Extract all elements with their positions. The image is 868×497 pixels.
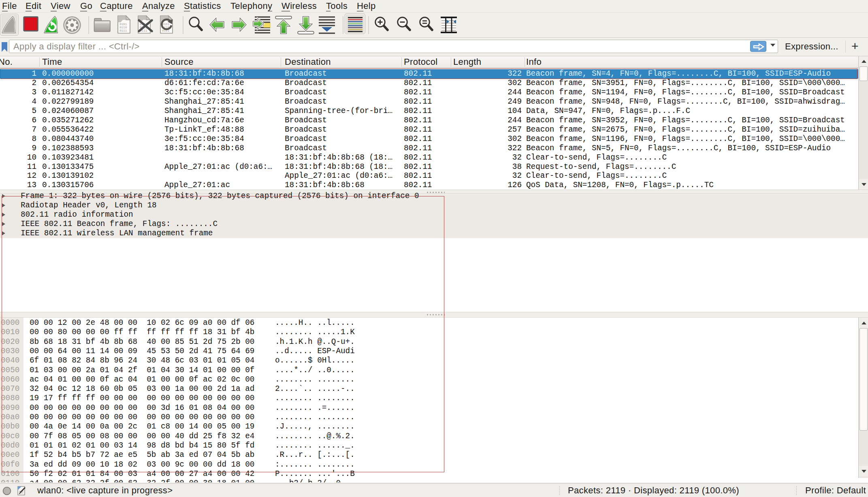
svg-text:0111: 0111 [119, 29, 127, 32]
svg-text:0101: 0101 [162, 23, 170, 26]
svg-text:0110: 0110 [119, 26, 127, 29]
svg-text:0101: 0101 [119, 23, 127, 26]
